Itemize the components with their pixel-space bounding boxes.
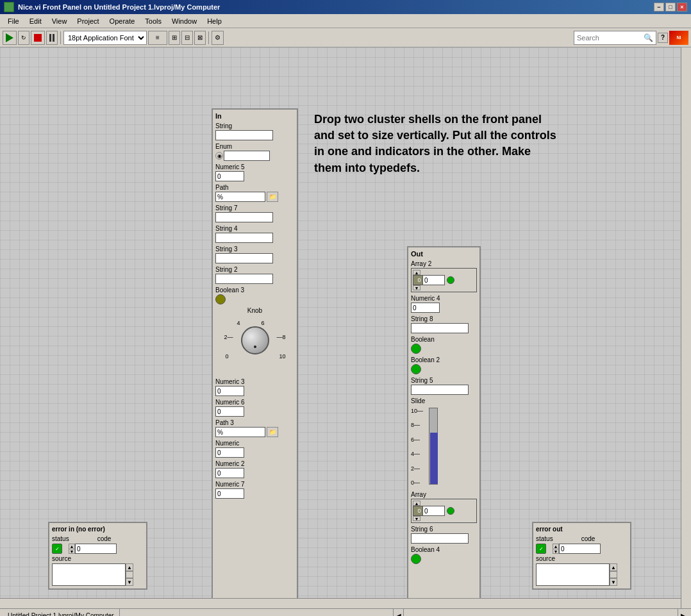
font-select[interactable]: 18pt Application Font	[63, 31, 147, 45]
string3-input[interactable]	[215, 253, 273, 263]
vertical-scrollbar[interactable]	[681, 47, 691, 608]
minimize-button[interactable]: −	[654, 3, 664, 12]
control-path: Path % 📁	[215, 184, 294, 202]
knob-label: Knob	[215, 307, 294, 314]
knob-widget[interactable]: 4 6 2— —8 0 10	[223, 315, 287, 376]
run-continuously-button[interactable]: ↻	[18, 31, 29, 45]
settings-button[interactable]: ⚙	[212, 31, 224, 45]
error-in-cluster: error in (no error) status code ✓ ▲ ▼ 0 …	[48, 522, 147, 590]
boolean-label: Boolean	[411, 336, 477, 343]
error-out-scroll-up[interactable]: ▲	[610, 563, 617, 571]
error-in-source-label: source	[52, 555, 71, 562]
numeric7-input[interactable]: 0	[215, 488, 244, 499]
path3-browse-button[interactable]: 📁	[267, 427, 278, 437]
string2-input[interactable]	[215, 274, 273, 284]
error-out-source-value	[536, 563, 610, 586]
error-in-code-up[interactable]: ▲	[69, 544, 74, 549]
boolean2-indicator	[411, 364, 421, 374]
scroll-right-btn[interactable]: ▶	[678, 609, 688, 617]
menu-view[interactable]: View	[47, 16, 72, 26]
knob-body[interactable]	[241, 326, 269, 354]
out-cluster: Out Array 2 ▲ 0 ▼ 0 Numeric 4 0 String 8	[407, 246, 481, 605]
error-out-scroll-track	[610, 571, 617, 578]
control-string: String	[215, 122, 294, 140]
search-input[interactable]	[577, 34, 641, 42]
menu-operate[interactable]: Operate	[104, 16, 140, 26]
close-button[interactable]: ×	[677, 3, 687, 12]
distribute-button[interactable]: ⊟	[181, 31, 193, 45]
string-input[interactable]	[215, 130, 273, 140]
array-down[interactable]: ▼	[413, 516, 420, 521]
control-numeric5: Numeric 5 0	[215, 163, 294, 181]
enum-input[interactable]	[224, 151, 270, 161]
path-label: Path	[215, 184, 294, 191]
indicator-string5: String 5	[411, 377, 477, 395]
error-in-scroll-up[interactable]: ▲	[126, 563, 133, 571]
error-in-status-icon: ✓	[52, 544, 62, 554]
menu-help[interactable]: Help	[202, 16, 227, 26]
search-icon[interactable]: 🔍	[644, 33, 653, 42]
menu-project[interactable]: Project	[72, 16, 104, 26]
help-button[interactable]: ?	[658, 33, 668, 43]
boolean2-label: Boolean 2	[411, 356, 477, 363]
numeric5-input[interactable]: 0	[215, 171, 244, 181]
maximize-button[interactable]: □	[665, 3, 676, 12]
indicator-numeric4: Numeric 4 0	[411, 295, 477, 313]
array2-down[interactable]: ▼	[413, 285, 420, 290]
error-out-scroll-down[interactable]: ▼	[610, 578, 617, 586]
array2-value[interactable]: 0	[422, 275, 445, 285]
control-numeric: Numeric 0	[215, 440, 294, 458]
menu-window[interactable]: Window	[167, 16, 202, 26]
pause-button[interactable]	[46, 31, 58, 45]
string7-input[interactable]	[215, 212, 273, 222]
string4-label: String 4	[215, 225, 294, 232]
array2-label: Array 2	[411, 260, 477, 267]
boolean4-indicator	[411, 554, 421, 564]
string5-label: String 5	[411, 377, 477, 384]
font-size-button[interactable]: ≡	[148, 31, 167, 45]
reorder-button[interactable]: ⊠	[194, 31, 206, 45]
indicator-string6: String 6	[411, 526, 477, 544]
numeric3-input[interactable]: 0	[215, 386, 244, 396]
run-arrow-icon	[6, 33, 13, 42]
error-out-code-up[interactable]: ▲	[553, 544, 558, 549]
path-browse-button[interactable]: 📁	[267, 192, 278, 202]
string-label: String	[215, 122, 294, 129]
numeric2-input[interactable]: 0	[215, 468, 244, 478]
error-in-scroll-down[interactable]: ▼	[126, 578, 133, 586]
abort-button[interactable]	[31, 31, 45, 45]
error-out-code-down[interactable]: ▼	[553, 549, 558, 554]
numeric-label: Numeric	[215, 440, 294, 447]
status-bar: Untitled Project 1.lvproj/My Computer ◀ …	[0, 608, 691, 616]
error-in-source-value[interactable]	[52, 563, 126, 586]
window-controls: − □ ×	[654, 3, 687, 12]
array-up[interactable]: ▲	[413, 501, 420, 506]
string4-input[interactable]	[215, 233, 273, 243]
error-in-code-value[interactable]: 0	[75, 544, 117, 554]
menu-tools[interactable]: Tools	[140, 16, 167, 26]
string6-label: String 6	[411, 526, 477, 533]
align-button[interactable]: ⊞	[169, 31, 180, 45]
array-spinbox: ▲ 0 ▼	[413, 501, 420, 521]
path-input[interactable]: %	[215, 192, 265, 202]
boolean3-indicator[interactable]	[215, 294, 226, 304]
run-button[interactable]	[3, 31, 17, 45]
control-path3: Path 3 % 📁	[215, 419, 294, 437]
slide-label: Slide	[411, 397, 477, 404]
slide-scale-2: 2—	[411, 465, 423, 472]
indicator-boolean4: Boolean 4	[411, 546, 477, 564]
menu-edit[interactable]: Edit	[24, 16, 47, 26]
control-numeric6: Numeric 6 0	[215, 399, 294, 417]
path3-input[interactable]: %	[215, 427, 265, 437]
numeric-input[interactable]: 0	[215, 447, 244, 458]
scroll-left-btn[interactable]: ◀	[393, 609, 403, 617]
knob-dot	[254, 345, 256, 348]
error-in-code-down[interactable]: ▼	[69, 549, 74, 554]
error-in-values-row: ✓ ▲ ▼ 0	[52, 544, 144, 554]
control-string4: String 4	[215, 225, 294, 243]
error-in-status-label: status	[52, 535, 69, 542]
numeric6-input[interactable]: 0	[215, 406, 244, 417]
horizontal-scrollbar[interactable]	[0, 598, 681, 608]
array2-up[interactable]: ▲	[413, 270, 420, 275]
menu-file[interactable]: File	[3, 16, 24, 26]
